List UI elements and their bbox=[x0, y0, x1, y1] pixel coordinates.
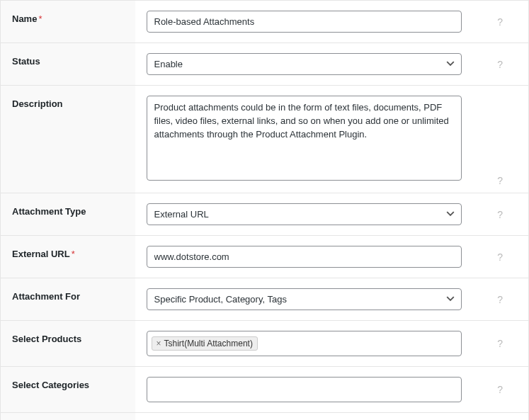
help-icon[interactable]: ? bbox=[497, 339, 503, 348]
required-marker: * bbox=[72, 249, 75, 259]
name-input[interactable] bbox=[147, 11, 462, 33]
required-marker: * bbox=[38, 13, 42, 24]
help-icon[interactable]: ? bbox=[497, 252, 503, 262]
tag: ×Tshirt(Multi Attachment) bbox=[152, 336, 258, 351]
select-tags-label: Select Tags bbox=[1, 413, 135, 421]
help-icon[interactable]: ? bbox=[497, 210, 503, 220]
help-icon[interactable]: ? bbox=[497, 295, 503, 305]
attachment-type-label: Attachment Type bbox=[1, 193, 135, 236]
select-products-label: Select Products bbox=[1, 321, 135, 367]
select-products-input[interactable]: ×Tshirt(Multi Attachment) bbox=[147, 331, 462, 356]
help-icon[interactable]: ? bbox=[497, 385, 503, 395]
attachment-for-label: Attachment For bbox=[1, 278, 135, 321]
remove-tag-icon[interactable]: × bbox=[157, 339, 161, 348]
external-url-label: External URL* bbox=[1, 236, 135, 278]
external-url-input[interactable] bbox=[147, 246, 462, 268]
settings-form: Name* ? Status Enable ? Description P bbox=[0, 0, 529, 420]
attachment-for-select[interactable]: Specific Product, Category, Tags bbox=[147, 288, 462, 310]
select-categories-label: Select Categories bbox=[1, 367, 135, 413]
help-icon[interactable]: ? bbox=[497, 59, 503, 69]
description-textarea[interactable]: Product attachments could be in the form… bbox=[147, 96, 462, 181]
description-label: Description bbox=[1, 86, 135, 193]
status-select[interactable]: Enable bbox=[147, 53, 462, 75]
attachment-type-select[interactable]: External URL bbox=[147, 203, 462, 225]
select-categories-input[interactable] bbox=[147, 377, 462, 402]
name-label: Name* bbox=[1, 1, 135, 43]
help-icon[interactable]: ? bbox=[497, 176, 503, 186]
help-icon[interactable]: ? bbox=[497, 17, 503, 27]
tag-label: Tshirt(Multi Attachment) bbox=[164, 339, 253, 348]
status-label: Status bbox=[1, 43, 135, 86]
